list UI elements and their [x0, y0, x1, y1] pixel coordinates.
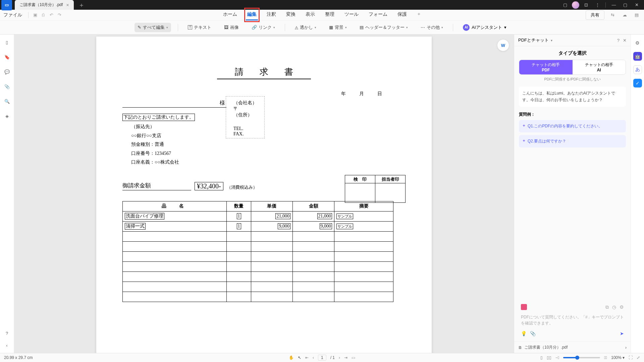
- idea-icon[interactable]: 💡: [521, 331, 527, 336]
- tab-convert[interactable]: 変換: [285, 9, 297, 20]
- print-icon[interactable]: ⎙: [39, 11, 47, 19]
- hand-tool-icon[interactable]: ✋: [289, 355, 294, 360]
- tax-note: （消費税込み）: [227, 184, 257, 190]
- example-q2[interactable]: ✦Q2.要点は何ですか？: [519, 135, 626, 147]
- share-nodes-icon[interactable]: ⇆: [608, 11, 616, 19]
- table-row: [123, 241, 393, 251]
- ai-mode-dropdown[interactable]: PDFとチャット ▾: [518, 37, 552, 43]
- tab-organize[interactable]: 整理: [324, 9, 336, 20]
- tab-protect[interactable]: 保護: [396, 9, 408, 20]
- zoom-out-icon[interactable]: −⃝: [555, 355, 559, 360]
- headerfooter-button[interactable]: ▤ヘッダー＆フッター▾: [357, 23, 411, 32]
- tab-form[interactable]: フォーム: [367, 9, 389, 20]
- ai-input-placeholder[interactable]: PDFについて質問してください。「#」キーでプロンプトを確認できます。: [519, 311, 626, 329]
- ai-panel: PDFとチャット ▾ ? ✕ タイプを選択 チャットの相手 PDF チャットの相…: [514, 35, 631, 353]
- save-icon[interactable]: ▤: [633, 11, 641, 19]
- link-button[interactable]: 🔗リンク▾: [249, 23, 278, 32]
- mode-pdf[interactable]: チャットの相手 PDF: [519, 60, 573, 74]
- zoom-slider[interactable]: [563, 357, 600, 358]
- close-tab-icon[interactable]: ×: [66, 2, 69, 8]
- kebab-menu-icon[interactable]: ⋮: [593, 0, 602, 10]
- attachments-icon[interactable]: 📎: [3, 83, 11, 90]
- translate-icon[interactable]: あ: [633, 65, 642, 74]
- left-rail: ▯ 🔖 💬 📎 🔍 ◈ ? ‹: [0, 35, 14, 353]
- tab-lightbulb-icon[interactable]: ✦: [416, 9, 422, 20]
- zoom-in-icon[interactable]: ＋⃝: [604, 355, 607, 360]
- mode-ai[interactable]: チャットの相手 AI: [573, 60, 626, 74]
- send-icon[interactable]: ➤: [620, 331, 624, 336]
- comments-icon[interactable]: 💬: [3, 68, 11, 75]
- page-input[interactable]: 1: [318, 355, 326, 361]
- tab-comment[interactable]: 注釈: [265, 9, 277, 20]
- document-viewport[interactable]: W 請求書 年 月 日 （会社名） 〒 （住所） TEL. FAX. 様 下記の…: [14, 35, 514, 353]
- open-icon[interactable]: ▣: [31, 11, 39, 19]
- tab-title: ご請求書（10月分）.pdf: [19, 2, 63, 8]
- help-icon[interactable]: ?: [3, 329, 11, 337]
- titlebar: ▭ ご請求書（10月分）.pdf × ＋ ▢ ⊡ ⋮ — ▢ ✕: [0, 0, 644, 10]
- close-window-icon[interactable]: ✕: [632, 0, 641, 10]
- chat-icon[interactable]: ⊡: [581, 0, 591, 10]
- pdf-chip-icon[interactable]: [521, 304, 527, 310]
- chevron-down-icon: ▾: [504, 25, 506, 30]
- ai-assistant-button[interactable]: AI AIアシスタント ▾: [460, 22, 509, 33]
- redo-icon[interactable]: ↷: [55, 11, 63, 19]
- prev-page-icon[interactable]: ‹: [313, 355, 314, 360]
- word-export-icon[interactable]: W: [497, 39, 509, 51]
- cloud-upload-icon[interactable]: ☁: [621, 11, 629, 19]
- two-page-icon[interactable]: ▯▯: [547, 355, 551, 360]
- history-icon[interactable]: ◷: [612, 304, 616, 310]
- gear-icon[interactable]: ⚙: [620, 304, 624, 310]
- single-page-icon[interactable]: ▯: [540, 355, 543, 360]
- search-icon[interactable]: 🔍: [3, 98, 11, 105]
- background-button[interactable]: ▦背景▾: [326, 23, 350, 32]
- share-button[interactable]: 共有: [586, 10, 604, 20]
- help-icon[interactable]: ?: [617, 38, 620, 43]
- document-tab[interactable]: ご請求書（10月分）.pdf ×: [15, 0, 74, 10]
- last-page-icon[interactable]: ⇥: [344, 355, 347, 360]
- pdf-page: 請求書 年 月 日 （会社名） 〒 （住所） TEL. FAX. 様 下記のとお…: [96, 37, 432, 353]
- tab-tools[interactable]: ツール: [343, 9, 360, 20]
- tab-edit[interactable]: 編集: [246, 9, 258, 20]
- headerfooter-icon: ▤: [360, 25, 364, 30]
- fullscreen-icon[interactable]: ⤢: [637, 355, 640, 360]
- user-avatar[interactable]: [572, 1, 579, 9]
- tablet-icon[interactable]: ▢: [560, 0, 570, 10]
- stamp-table: 検 印担当者印: [345, 175, 406, 203]
- image-button[interactable]: 🖼画像: [221, 23, 242, 32]
- layers-icon[interactable]: ◈: [3, 112, 11, 120]
- undo-icon[interactable]: ↶: [47, 11, 55, 19]
- tab-view[interactable]: 表示: [304, 9, 316, 20]
- next-page-icon[interactable]: ›: [339, 355, 340, 360]
- table-row: [123, 231, 393, 241]
- minimize-icon[interactable]: —: [609, 0, 619, 10]
- company-box: （会社名） 〒 （住所） TEL. FAX.: [226, 96, 265, 138]
- collapse-right-icon[interactable]: ›: [625, 345, 627, 350]
- new-tab-button[interactable]: ＋: [78, 1, 85, 9]
- other-button[interactable]: ⋯その他▾: [418, 23, 446, 32]
- ai-chat-icon[interactable]: 🤖: [633, 52, 642, 61]
- table-row: [123, 282, 393, 292]
- examples-label: 質問例：: [519, 112, 626, 117]
- first-page-icon[interactable]: ⇤: [305, 355, 309, 360]
- example-q1[interactable]: ✦Q1.このPDFの内容を要約してください。: [519, 120, 626, 132]
- file-menu[interactable]: ファイル: [3, 12, 22, 18]
- watermark-button[interactable]: ◬透かし▾: [292, 23, 319, 32]
- edit-all-button[interactable]: ✎ すべて編集 ▾: [135, 23, 171, 32]
- read-mode-icon[interactable]: ▭: [352, 355, 355, 360]
- text-button[interactable]: 🅃テキスト: [185, 23, 214, 32]
- maximize-icon[interactable]: ▢: [621, 0, 630, 10]
- sparkle-icon: ✦: [522, 123, 526, 128]
- fit-page-icon[interactable]: ⛶: [629, 355, 633, 360]
- close-panel-icon[interactable]: ✕: [623, 38, 627, 43]
- copy-icon[interactable]: ⧉: [605, 304, 609, 310]
- settings-sliders-icon[interactable]: ⚙: [633, 39, 642, 47]
- check-icon[interactable]: ✓: [633, 79, 642, 87]
- zoom-value[interactable]: 100% ▾: [611, 355, 625, 360]
- select-tool-icon[interactable]: ↖: [298, 355, 301, 360]
- collapse-left-icon[interactable]: ‹: [3, 342, 11, 349]
- tab-home[interactable]: ホーム: [222, 9, 238, 20]
- thumbnails-icon[interactable]: ▯: [3, 39, 11, 46]
- attach-icon[interactable]: 📎: [530, 331, 536, 336]
- bookmarks-icon[interactable]: 🔖: [3, 53, 11, 61]
- app-icon[interactable]: ▭: [1, 0, 12, 10]
